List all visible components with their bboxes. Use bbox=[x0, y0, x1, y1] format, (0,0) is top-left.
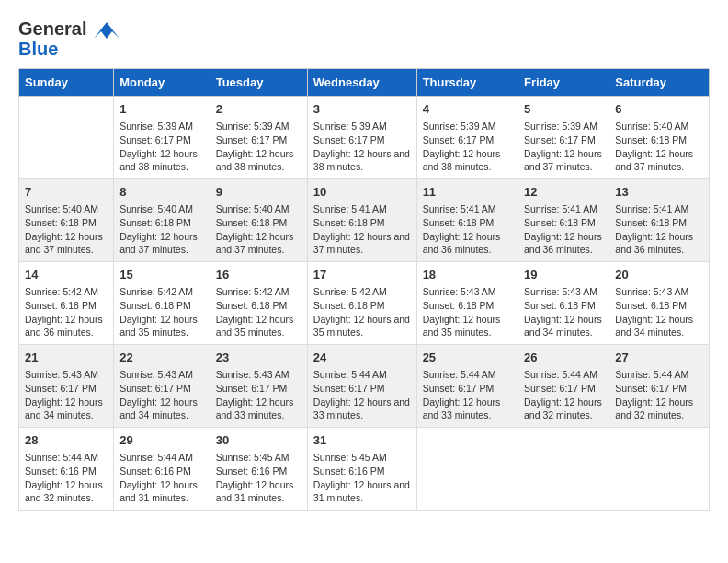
calendar-cell: 18Sunrise: 5:43 AM Sunset: 6:18 PM Dayli… bbox=[416, 262, 518, 345]
day-number: 6 bbox=[615, 101, 703, 118]
calendar-header: SundayMondayTuesdayWednesdayThursdayFrid… bbox=[19, 69, 710, 97]
day-info: Sunrise: 5:43 AM Sunset: 6:18 PM Dayligh… bbox=[423, 285, 512, 339]
day-info: Sunrise: 5:44 AM Sunset: 6:17 PM Dayligh… bbox=[524, 368, 603, 422]
day-info: Sunrise: 5:43 AM Sunset: 6:17 PM Dayligh… bbox=[25, 368, 108, 422]
calendar-cell: 16Sunrise: 5:42 AM Sunset: 6:18 PM Dayli… bbox=[210, 262, 307, 345]
calendar-cell: 31Sunrise: 5:45 AM Sunset: 6:16 PM Dayli… bbox=[307, 428, 416, 511]
day-number: 2 bbox=[216, 101, 301, 118]
calendar-cell: 4Sunrise: 5:39 AM Sunset: 6:17 PM Daylig… bbox=[416, 97, 518, 179]
day-info: Sunrise: 5:44 AM Sunset: 6:17 PM Dayligh… bbox=[615, 368, 703, 422]
calendar-cell: 27Sunrise: 5:44 AM Sunset: 6:17 PM Dayli… bbox=[609, 345, 710, 428]
calendar-cell: 23Sunrise: 5:43 AM Sunset: 6:17 PM Dayli… bbox=[210, 345, 307, 428]
day-number: 7 bbox=[25, 184, 108, 201]
day-info: Sunrise: 5:41 AM Sunset: 6:18 PM Dayligh… bbox=[615, 202, 703, 257]
calendar-cell: 7Sunrise: 5:40 AM Sunset: 6:18 PM Daylig… bbox=[19, 179, 114, 262]
weekday-header-thursday: Thursday bbox=[416, 69, 518, 97]
calendar-cell: 10Sunrise: 5:41 AM Sunset: 6:18 PM Dayli… bbox=[307, 179, 416, 262]
calendar-cell: 9Sunrise: 5:40 AM Sunset: 6:18 PM Daylig… bbox=[210, 179, 307, 262]
calendar-table: SundayMondayTuesdayWednesdayThursdayFrid… bbox=[18, 68, 710, 511]
calendar-week-row: 1Sunrise: 5:39 AM Sunset: 6:17 PM Daylig… bbox=[19, 97, 710, 179]
day-info: Sunrise: 5:39 AM Sunset: 6:17 PM Dayligh… bbox=[119, 120, 204, 174]
day-number: 15 bbox=[119, 267, 204, 283]
day-info: Sunrise: 5:42 AM Sunset: 6:18 PM Dayligh… bbox=[216, 285, 301, 339]
day-info: Sunrise: 5:45 AM Sunset: 6:16 PM Dayligh… bbox=[216, 451, 301, 505]
weekday-header-saturday: Saturday bbox=[609, 69, 710, 97]
day-number: 24 bbox=[313, 350, 411, 366]
day-number: 18 bbox=[423, 267, 512, 283]
logo-bird-icon bbox=[94, 22, 119, 39]
calendar-cell: 1Sunrise: 5:39 AM Sunset: 6:17 PM Daylig… bbox=[114, 97, 210, 179]
day-info: Sunrise: 5:41 AM Sunset: 6:18 PM Dayligh… bbox=[313, 202, 411, 257]
day-number: 1 bbox=[119, 101, 204, 118]
calendar-week-row: 14Sunrise: 5:42 AM Sunset: 6:18 PM Dayli… bbox=[19, 262, 710, 345]
calendar-cell: 6Sunrise: 5:40 AM Sunset: 6:18 PM Daylig… bbox=[609, 97, 710, 179]
day-info: Sunrise: 5:43 AM Sunset: 6:18 PM Dayligh… bbox=[524, 285, 603, 339]
day-info: Sunrise: 5:42 AM Sunset: 6:18 PM Dayligh… bbox=[119, 285, 204, 339]
day-info: Sunrise: 5:41 AM Sunset: 6:18 PM Dayligh… bbox=[524, 202, 603, 257]
day-info: Sunrise: 5:43 AM Sunset: 6:17 PM Dayligh… bbox=[119, 368, 204, 422]
calendar-cell: 5Sunrise: 5:39 AM Sunset: 6:17 PM Daylig… bbox=[518, 97, 609, 179]
day-info: Sunrise: 5:40 AM Sunset: 6:18 PM Dayligh… bbox=[119, 202, 204, 257]
day-number: 25 bbox=[423, 350, 512, 366]
day-info: Sunrise: 5:40 AM Sunset: 6:18 PM Dayligh… bbox=[25, 202, 108, 257]
day-info: Sunrise: 5:39 AM Sunset: 6:17 PM Dayligh… bbox=[423, 120, 512, 174]
calendar-cell: 22Sunrise: 5:43 AM Sunset: 6:17 PM Dayli… bbox=[114, 345, 210, 428]
day-info: Sunrise: 5:39 AM Sunset: 6:17 PM Dayligh… bbox=[524, 120, 603, 174]
day-number: 8 bbox=[119, 184, 204, 201]
day-info: Sunrise: 5:40 AM Sunset: 6:18 PM Dayligh… bbox=[216, 202, 301, 257]
day-number: 20 bbox=[615, 267, 703, 283]
calendar-cell: 29Sunrise: 5:44 AM Sunset: 6:16 PM Dayli… bbox=[114, 428, 210, 511]
day-info: Sunrise: 5:43 AM Sunset: 6:17 PM Dayligh… bbox=[216, 368, 301, 422]
calendar-week-row: 7Sunrise: 5:40 AM Sunset: 6:18 PM Daylig… bbox=[19, 179, 710, 262]
day-number: 10 bbox=[313, 184, 411, 201]
calendar-cell bbox=[518, 428, 609, 511]
calendar-cell: 14Sunrise: 5:42 AM Sunset: 6:18 PM Dayli… bbox=[19, 262, 114, 345]
day-number: 23 bbox=[216, 350, 301, 366]
day-info: Sunrise: 5:39 AM Sunset: 6:17 PM Dayligh… bbox=[313, 120, 411, 174]
calendar-cell: 21Sunrise: 5:43 AM Sunset: 6:17 PM Dayli… bbox=[19, 345, 114, 428]
calendar-cell: 13Sunrise: 5:41 AM Sunset: 6:18 PM Dayli… bbox=[609, 179, 710, 262]
page-header: General Blue bbox=[18, 18, 710, 59]
day-number: 30 bbox=[216, 432, 301, 449]
day-info: Sunrise: 5:42 AM Sunset: 6:18 PM Dayligh… bbox=[25, 285, 108, 339]
logo-general: General bbox=[18, 18, 86, 39]
weekday-header-monday: Monday bbox=[114, 69, 210, 97]
calendar-cell: 19Sunrise: 5:43 AM Sunset: 6:18 PM Dayli… bbox=[518, 262, 609, 345]
calendar-cell: 12Sunrise: 5:41 AM Sunset: 6:18 PM Dayli… bbox=[518, 179, 609, 262]
day-number: 12 bbox=[524, 184, 603, 201]
svg-marker-0 bbox=[94, 22, 119, 39]
calendar-cell: 2Sunrise: 5:39 AM Sunset: 6:17 PM Daylig… bbox=[210, 97, 307, 179]
logo: General Blue bbox=[18, 18, 119, 59]
day-info: Sunrise: 5:39 AM Sunset: 6:17 PM Dayligh… bbox=[216, 120, 301, 174]
logo-blue: Blue bbox=[18, 39, 58, 59]
day-number: 22 bbox=[119, 350, 204, 366]
calendar-cell bbox=[416, 428, 518, 511]
weekday-header-wednesday: Wednesday bbox=[307, 69, 416, 97]
day-info: Sunrise: 5:40 AM Sunset: 6:18 PM Dayligh… bbox=[615, 120, 703, 174]
weekday-header-tuesday: Tuesday bbox=[210, 69, 307, 97]
day-info: Sunrise: 5:41 AM Sunset: 6:18 PM Dayligh… bbox=[423, 202, 512, 257]
day-number: 26 bbox=[524, 350, 603, 366]
day-number: 29 bbox=[119, 432, 204, 449]
calendar-week-row: 28Sunrise: 5:44 AM Sunset: 6:16 PM Dayli… bbox=[19, 428, 710, 511]
day-number: 5 bbox=[524, 101, 603, 118]
calendar-cell: 11Sunrise: 5:41 AM Sunset: 6:18 PM Dayli… bbox=[416, 179, 518, 262]
day-number: 11 bbox=[423, 184, 512, 201]
day-info: Sunrise: 5:44 AM Sunset: 6:17 PM Dayligh… bbox=[313, 368, 411, 422]
day-number: 9 bbox=[216, 184, 301, 201]
calendar-cell bbox=[19, 97, 114, 179]
calendar-week-row: 21Sunrise: 5:43 AM Sunset: 6:17 PM Dayli… bbox=[19, 345, 710, 428]
calendar-cell: 25Sunrise: 5:44 AM Sunset: 6:17 PM Dayli… bbox=[416, 345, 518, 428]
day-info: Sunrise: 5:44 AM Sunset: 6:17 PM Dayligh… bbox=[423, 368, 512, 422]
calendar-cell: 28Sunrise: 5:44 AM Sunset: 6:16 PM Dayli… bbox=[19, 428, 114, 511]
day-number: 27 bbox=[615, 350, 703, 366]
calendar-cell: 15Sunrise: 5:42 AM Sunset: 6:18 PM Dayli… bbox=[114, 262, 210, 345]
day-number: 28 bbox=[25, 432, 108, 449]
calendar-cell: 24Sunrise: 5:44 AM Sunset: 6:17 PM Dayli… bbox=[307, 345, 416, 428]
day-info: Sunrise: 5:44 AM Sunset: 6:16 PM Dayligh… bbox=[119, 451, 204, 505]
day-info: Sunrise: 5:43 AM Sunset: 6:18 PM Dayligh… bbox=[615, 285, 703, 339]
day-number: 16 bbox=[216, 267, 301, 283]
calendar-cell bbox=[609, 428, 710, 511]
weekday-header-friday: Friday bbox=[518, 69, 609, 97]
day-number: 14 bbox=[25, 267, 108, 283]
